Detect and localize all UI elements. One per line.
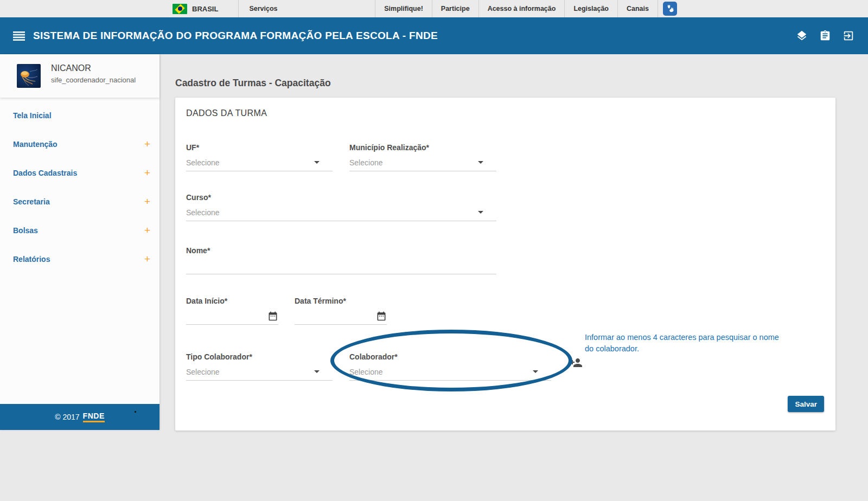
data-inicio-input[interactable] xyxy=(186,311,278,321)
logout-icon[interactable] xyxy=(843,30,854,42)
tipo-colaborador-select[interactable]: Selecione xyxy=(186,367,333,377)
gov-link-acesso-informacao[interactable]: Acesso à informação xyxy=(478,0,565,17)
uf-label: UF* xyxy=(186,143,333,152)
chevron-down-icon xyxy=(478,161,483,164)
user-profile: NICANOR sife_coordenador_nacional xyxy=(0,54,159,98)
fnde-link[interactable]: FNDE xyxy=(83,412,105,422)
clipboard-icon[interactable] xyxy=(819,30,831,42)
gov-brand-label: BRASIL xyxy=(192,5,218,13)
sidebar-item-dados-cadastrais[interactable]: Dados Cadastrais + xyxy=(0,158,159,187)
sidebar-nav: Tela Inicial Manutenção + Dados Cadastra… xyxy=(0,98,159,273)
brazil-flag-icon xyxy=(173,4,187,14)
calendar-icon[interactable] xyxy=(376,311,387,322)
main-content: Cadastro de Turmas - Capacitação DADOS D… xyxy=(159,54,868,431)
app-header: SISTEMA DE INFORMAÇÃO DO PROGRAMA FORMAÇ… xyxy=(0,17,868,54)
nome-label: Nome* xyxy=(186,246,496,255)
sidebar-item-relatorios[interactable]: Relatórios + xyxy=(0,245,159,273)
chevron-down-icon xyxy=(478,211,483,214)
colaborador-field: Colaborador* Selecione xyxy=(349,352,551,381)
plus-expand-icon: + xyxy=(144,139,150,149)
municipio-realizacao-label: Município Realização* xyxy=(349,143,496,152)
avatar xyxy=(17,64,41,88)
gov-brand-link[interactable]: BRASIL xyxy=(173,4,218,14)
municipio-realizacao-select[interactable]: Selecione xyxy=(349,157,496,168)
vlibras-accessibility-icon[interactable] xyxy=(663,2,677,16)
copyright-text: © 2017 xyxy=(55,413,79,421)
nome-input[interactable] xyxy=(186,260,496,271)
colaborador-hint-text: Informar ao menos 4 caracteres para pesq… xyxy=(585,332,779,355)
chevron-down-icon xyxy=(533,370,538,373)
uf-select[interactable]: Selecione xyxy=(186,157,333,168)
sidebar-item-tela-inicial[interactable]: Tela Inicial xyxy=(0,101,159,130)
dados-da-turma-card: DADOS DA TURMA UF* Selecione Município R… xyxy=(175,98,835,431)
curso-field: Curso* Selecione xyxy=(186,193,496,221)
save-button[interactable]: Salvar xyxy=(788,396,824,412)
plus-expand-icon: + xyxy=(144,168,150,178)
gov-link-simplifique[interactable]: Simplifique! xyxy=(375,0,432,17)
tipo-colaborador-field: Tipo Colaborador* Selecione xyxy=(186,352,333,381)
plus-expand-icon: + xyxy=(144,225,150,235)
app-title: SISTEMA DE INFORMAÇÃO DO PROGRAMA FORMAÇ… xyxy=(33,30,438,42)
user-name: NICANOR xyxy=(51,63,91,73)
data-inicio-field: Data Início* xyxy=(186,297,278,325)
gov-link-canais[interactable]: Canais xyxy=(617,0,658,17)
sidebar-item-secretaria[interactable]: Secretaria + xyxy=(0,187,159,216)
gov-link-participe[interactable]: Participe xyxy=(432,0,478,17)
data-inicio-label: Data Início* xyxy=(186,297,278,305)
sidebar-item-manutencao[interactable]: Manutenção + xyxy=(0,130,159,158)
sidebar-footer: © 2017 FNDE xyxy=(0,404,159,430)
data-termino-field: Data Término* xyxy=(295,297,387,325)
chevron-down-icon xyxy=(314,370,320,373)
colaborador-select[interactable]: Selecione xyxy=(349,367,551,377)
page-title: Cadastro de Turmas - Capacitação xyxy=(175,78,868,89)
municipio-realizacao-field: Município Realização* Selecione xyxy=(349,143,496,171)
data-termino-label: Data Término* xyxy=(295,297,387,305)
plus-expand-icon: + xyxy=(144,196,150,207)
user-role: sife_coordenador_nacional xyxy=(51,76,136,84)
plus-expand-icon: + xyxy=(144,254,150,264)
data-termino-input[interactable] xyxy=(295,311,387,321)
curso-label: Curso* xyxy=(186,193,496,202)
gov-link-servicos[interactable]: Serviços xyxy=(238,0,277,17)
sidebar: NICANOR sife_coordenador_nacional Tela I… xyxy=(0,54,159,430)
artifact-dot xyxy=(135,411,136,413)
curso-select[interactable]: Selecione xyxy=(186,207,496,217)
hamburger-menu-icon[interactable] xyxy=(13,31,25,41)
colaborador-label: Colaborador* xyxy=(349,352,551,361)
sidebar-item-bolsas[interactable]: Bolsas + xyxy=(0,216,159,245)
gov-link-legislacao[interactable]: Legislação xyxy=(564,0,617,17)
card-title: DADOS DA TURMA xyxy=(186,108,267,118)
layers-icon[interactable] xyxy=(796,30,808,42)
tipo-colaborador-label: Tipo Colaborador* xyxy=(186,352,333,361)
chevron-down-icon xyxy=(314,161,320,164)
nome-field: Nome* xyxy=(186,246,496,274)
uf-field: UF* Selecione xyxy=(186,143,333,171)
calendar-icon[interactable] xyxy=(267,311,278,322)
gov-top-bar: BRASIL Serviços Simplifique! Participe A… xyxy=(0,0,868,17)
person-add-icon[interactable] xyxy=(570,356,583,369)
